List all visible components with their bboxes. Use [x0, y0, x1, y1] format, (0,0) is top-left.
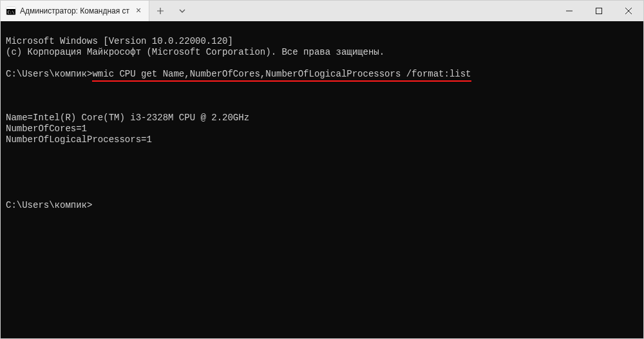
entered-command: wmic CPU get Name,NumberOfCores,NumberOf…: [92, 69, 471, 80]
svg-rect-3: [596, 8, 602, 14]
app-window: C:\ Администратор: Командная ст ×: [0, 0, 644, 339]
new-tab-button[interactable]: [149, 1, 171, 21]
output-line: Name=Intel(R) Core(TM) i3-2328M CPU @ 2.…: [6, 113, 249, 123]
output-line: Microsoft Windows [Version 10.0.22000.12…: [6, 36, 233, 46]
svg-rect-1: [6, 7, 15, 9]
prompt-path: C:\Users\компик>: [6, 69, 92, 79]
maximize-button[interactable]: [584, 1, 614, 21]
minimize-button[interactable]: [554, 1, 584, 21]
tab-close-button[interactable]: ×: [133, 6, 144, 16]
tab-title: Администратор: Командная ст: [20, 6, 129, 15]
output-line: NumberOfLogicalProcessors=1: [6, 134, 152, 145]
close-button[interactable]: [614, 1, 643, 21]
svg-text:C:\: C:\: [8, 10, 15, 14]
output-line: NumberOfCores=1: [6, 124, 87, 134]
window-controls: [554, 1, 643, 21]
tabs-area: C:\ Администратор: Командная ст ×: [1, 1, 554, 21]
output-line: (c) Корпорация Майкрософт (Microsoft Cor…: [6, 47, 384, 57]
tab-command-prompt[interactable]: C:\ Администратор: Командная ст ×: [1, 1, 149, 21]
profiles-dropdown-button[interactable]: [171, 1, 193, 21]
terminal-body[interactable]: Microsoft Windows [Version 10.0.22000.12…: [1, 21, 643, 338]
prompt-path: C:\Users\компик>: [6, 200, 92, 210]
cmd-icon: C:\: [6, 6, 16, 16]
title-bar: C:\ Администратор: Командная ст ×: [1, 1, 643, 21]
